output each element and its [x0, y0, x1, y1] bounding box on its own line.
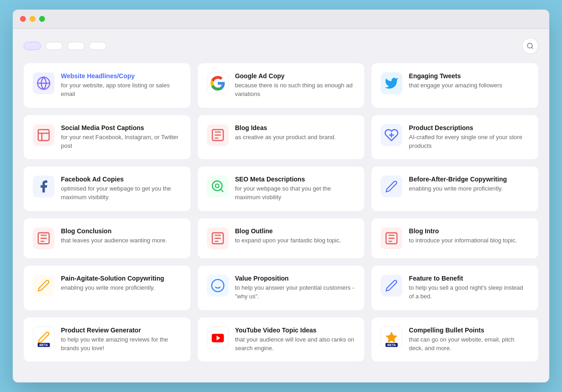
minimize-button[interactable]	[30, 16, 35, 22]
blog-ideas-icon	[211, 128, 225, 142]
card-desc: that engage your amazing followers	[409, 81, 529, 90]
seo-icon	[211, 179, 225, 194]
card-item[interactable]: BETA Compelling Bullet Points that can g…	[371, 317, 538, 362]
card-desc: to help you sell a good night's sleep in…	[409, 284, 529, 301]
card-item[interactable]: Blog Outline to expand upon your fantast…	[198, 218, 365, 258]
social-media-icon	[36, 128, 51, 142]
google-icon	[211, 76, 225, 90]
card-title: Blog Intro	[409, 227, 529, 235]
search-button[interactable]	[522, 38, 538, 54]
card-item[interactable]: Social Media Post Captions for your next…	[24, 115, 191, 160]
maximize-button[interactable]	[39, 16, 45, 22]
content-area: Website Headlines/Copy for your website,…	[13, 29, 549, 371]
card-item[interactable]: Pain-Agitate-Solution Copywriting enabli…	[24, 266, 191, 310]
card-item[interactable]: Blog Ideas as creative as your product a…	[198, 115, 365, 160]
product-descriptions-icon	[384, 128, 399, 142]
review-icon	[37, 331, 50, 344]
twitter-icon	[384, 76, 399, 90]
card-text: YouTube Video Topic Ideas that your audi…	[235, 327, 356, 353]
card-text: Before-After-Bridge Copywriting enabling…	[409, 176, 529, 193]
filter-bar	[24, 38, 538, 54]
card-title: Blog Outline	[235, 227, 356, 235]
card-item[interactable]: Product Descriptions AI-crafted for ever…	[371, 115, 538, 160]
card-title: SEO Meta Descriptions	[235, 176, 356, 183]
card-item[interactable]: YouTube Video Topic Ideas that your audi…	[198, 317, 365, 362]
card-text: Blog Conclusion that leaves your audienc…	[61, 227, 181, 245]
card-desc: that can go on your website, email, pitc…	[409, 336, 529, 353]
card-text: Value Proposition to help you answer you…	[235, 275, 356, 301]
card-item[interactable]: SEO Meta Descriptions for your webpage s…	[198, 166, 365, 211]
card-text: Product Review Generator to help you wri…	[61, 327, 181, 353]
card-text: Compelling Bullet Points that can go on …	[409, 327, 529, 353]
card-text: Website Headlines/Copy for your website,…	[61, 72, 181, 99]
cards-grid: Website Headlines/Copy for your website,…	[24, 63, 538, 362]
card-desc: for your next Facebook, Instagram, or Tw…	[61, 133, 181, 151]
tab-social-media[interactable]	[45, 42, 63, 50]
youtube-icon	[211, 330, 225, 345]
card-text: Google Ad Copy because there is no such …	[235, 72, 356, 99]
card-desc: because there is no such thing as enough…	[235, 81, 356, 99]
svg-point-10	[215, 184, 219, 188]
card-text: Engaging Tweets that engage your amazing…	[409, 72, 529, 90]
card-title: Engaging Tweets	[409, 72, 529, 80]
tab-seo[interactable]	[89, 42, 106, 50]
svg-point-8	[212, 181, 222, 191]
card-text: Facebook Ad Copies optimised for your we…	[61, 176, 181, 202]
card-title: Social Media Post Captions	[61, 124, 181, 131]
card-item[interactable]: Engaging Tweets that engage your amazing…	[371, 63, 538, 108]
card-desc: to expand upon your fantastic blog topic…	[235, 236, 356, 245]
card-item[interactable]: Website Headlines/Copy for your website,…	[24, 63, 191, 108]
svg-point-0	[527, 43, 532, 48]
feature-to-benefit-icon	[385, 279, 398, 292]
card-title: YouTube Video Topic Ideas	[235, 327, 356, 334]
card-item[interactable]: Google Ad Copy because there is no such …	[198, 63, 365, 108]
close-button[interactable]	[20, 16, 26, 22]
svg-point-14	[211, 280, 224, 292]
card-text: Pain-Agitate-Solution Copywriting enabli…	[61, 275, 181, 292]
card-desc: that leaves your audience wanting more.	[61, 236, 181, 245]
card-desc: AI-crafted for every single one of your …	[409, 133, 529, 151]
card-desc: enabling you write more proficiently.	[61, 284, 181, 292]
card-desc: for your webpage so that you get the max…	[235, 185, 356, 202]
card-item[interactable]: Before-After-Bridge Copywriting enabling…	[371, 166, 538, 211]
blog-conclusion-icon	[36, 231, 51, 246]
blog-outline-icon	[211, 231, 225, 246]
search-icon	[527, 42, 534, 50]
card-desc: that your audience will love and also ra…	[235, 336, 356, 353]
card-title: Blog Ideas	[235, 124, 356, 131]
card-item[interactable]: Blog Intro to introduce your information…	[371, 218, 538, 258]
card-desc: as creative as your product and brand.	[235, 133, 356, 142]
value-proposition-icon	[211, 278, 225, 293]
card-text: Product Descriptions AI-crafted for ever…	[409, 124, 529, 151]
card-item[interactable]: Facebook Ad Copies optimised for your we…	[24, 166, 191, 211]
card-item[interactable]: BETA Product Review Generator to help yo…	[24, 317, 191, 362]
card-item[interactable]: Blog Conclusion that leaves your audienc…	[24, 218, 191, 258]
card-text: Blog Outline to expand upon your fantast…	[235, 227, 356, 245]
svg-rect-4	[38, 130, 49, 141]
card-text: Blog Intro to introduce your information…	[409, 227, 529, 245]
card-text: SEO Meta Descriptions for your webpage s…	[235, 176, 356, 202]
card-text: Blog Ideas as creative as your product a…	[235, 124, 356, 142]
title-bar	[13, 10, 549, 29]
card-desc: for your website, app store listing or s…	[61, 81, 181, 99]
card-desc: to help you write amazing reviews for th…	[61, 336, 181, 353]
card-title: Feature to Benefit	[409, 275, 529, 282]
card-desc: to help you answer your potential custom…	[235, 284, 356, 301]
blog-intro-icon	[384, 231, 399, 246]
card-title: Compelling Bullet Points	[409, 327, 529, 334]
card-title: Product Review Generator	[61, 327, 181, 334]
tab-copywriting[interactable]	[67, 42, 85, 50]
card-text: Social Media Post Captions for your next…	[61, 124, 181, 151]
card-title: Before-After-Bridge Copywriting	[409, 176, 529, 183]
tab-all[interactable]	[24, 42, 41, 50]
globe-icon	[36, 76, 51, 90]
card-item[interactable]: Feature to Benefit to help you sell a go…	[371, 266, 538, 310]
card-text: Feature to Benefit to help you sell a go…	[409, 275, 529, 301]
bab-icon	[385, 180, 398, 193]
card-title: Blog Conclusion	[61, 227, 181, 235]
card-desc: optimised for your webpage to get you th…	[61, 185, 181, 202]
card-title: Pain-Agitate-Solution Copywriting	[61, 275, 181, 282]
card-title: Facebook Ad Copies	[61, 176, 181, 183]
card-item[interactable]: Value Proposition to help you answer you…	[198, 266, 365, 310]
svg-line-9	[221, 190, 223, 192]
